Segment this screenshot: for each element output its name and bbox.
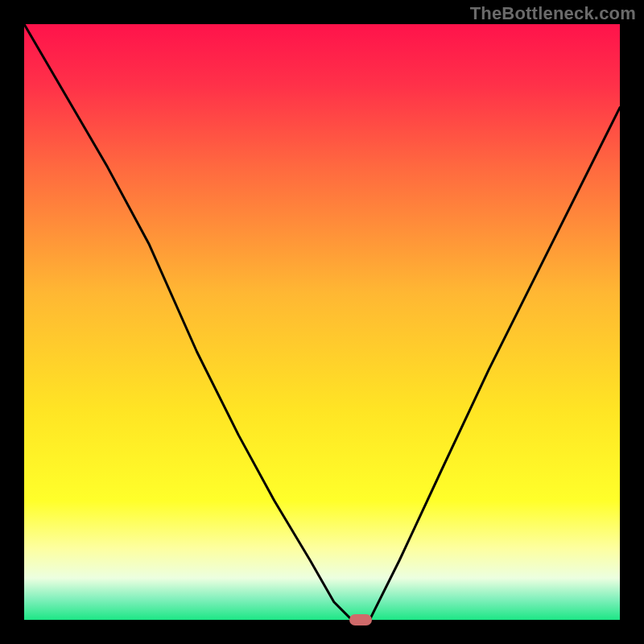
bottleneck-chart	[0, 0, 644, 644]
chart-frame: TheBottleneck.com	[0, 0, 644, 644]
optimum-marker	[349, 614, 372, 625]
plot-background	[24, 24, 620, 620]
